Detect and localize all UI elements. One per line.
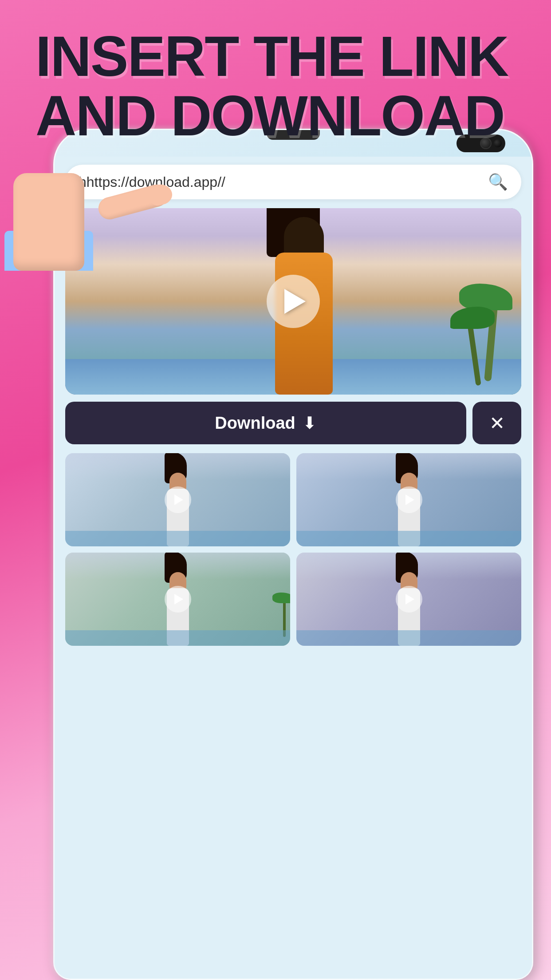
play-triangle-icon: [284, 289, 306, 314]
thumbnail-1[interactable]: [65, 453, 290, 546]
thumb-play-icon-3: [174, 594, 183, 605]
thumb-play-button-4[interactable]: [396, 586, 422, 612]
action-bar: Download ⬇ ✕: [65, 402, 521, 444]
download-button[interactable]: Download ⬇: [65, 402, 466, 444]
hero-line1: INSERT THE LINK: [35, 24, 508, 88]
thumb-water-2: [296, 531, 521, 546]
thumb-water-1: [65, 531, 290, 546]
thumb-play-icon-1: [174, 494, 183, 505]
video-thumbnail-grid: [65, 453, 521, 646]
thumb-play-button-2[interactable]: [396, 486, 422, 513]
thumb-palm-leaf-3: [272, 593, 290, 603]
palm-leaves-1: [459, 284, 512, 310]
play-button[interactable]: [267, 275, 320, 328]
thumbnail-2[interactable]: [296, 453, 521, 546]
phone-side-button-right: [532, 201, 533, 250]
phone-content-area: hhttps://download.app// 🔍: [55, 157, 532, 979]
thumbnail-3[interactable]: [65, 553, 290, 646]
thumb-water-3: [65, 630, 290, 646]
thumb-play-button-1[interactable]: [165, 486, 191, 513]
hand-pointer-icon: [0, 102, 142, 271]
palm-leaves-2: [450, 307, 495, 329]
close-icon: ✕: [489, 412, 505, 434]
thumb-play-button-3[interactable]: [165, 586, 191, 612]
download-label: Download: [215, 414, 295, 433]
thumb-water-4: [296, 630, 521, 646]
thumbnail-4[interactable]: [296, 553, 521, 646]
thumb-play-icon-4: [405, 594, 414, 605]
close-button[interactable]: ✕: [472, 402, 521, 444]
search-icon[interactable]: 🔍: [488, 173, 508, 191]
thumb-play-icon-2: [405, 494, 414, 505]
download-icon: ⬇: [303, 413, 317, 433]
